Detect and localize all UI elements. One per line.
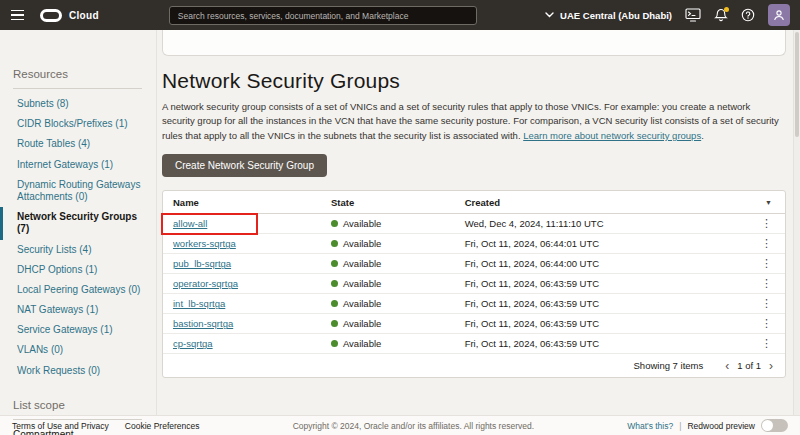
nsg-name-link[interactable]: operator-sqrtga: [173, 278, 238, 289]
table-row: allow-all Available Wed, Dec 4, 2024, 11…: [163, 214, 785, 234]
sidebar-item-service-gateways-1[interactable]: Service Gateways (1): [0, 320, 156, 340]
nsg-name-link[interactable]: pub_lb-sqrtga: [173, 258, 231, 269]
previous-page-icon[interactable]: ‹: [725, 360, 729, 372]
created-label: Fri, Oct 11, 2024, 06:43:59 UTC: [465, 298, 745, 309]
column-header-created[interactable]: Created: [465, 197, 745, 208]
created-label: Fri, Oct 11, 2024, 06:44:00 UTC: [465, 258, 745, 269]
learn-more-link[interactable]: Learn more about network security groups: [523, 130, 701, 141]
search-input[interactable]: [169, 6, 477, 25]
state-label: Available: [343, 238, 381, 249]
scrollbar-thumb[interactable]: [795, 32, 799, 137]
kebab-menu-icon[interactable]: ⋮: [761, 338, 772, 349]
cloud-shell-icon[interactable]: [685, 8, 701, 22]
footer-right: What's this? | Redwood preview: [627, 419, 788, 432]
sidebar-item-network-security-groups-7[interactable]: Network Security Groups (7): [0, 207, 156, 239]
nsg-name-link[interactable]: cp-sqrtga: [173, 338, 213, 349]
created-label: Fri, Oct 11, 2024, 06:44:01 UTC: [465, 238, 745, 249]
global-search: [169, 5, 477, 26]
status-available-dot-icon: [331, 260, 338, 267]
kebab-menu-icon[interactable]: ⋮: [761, 278, 772, 289]
status-available-dot-icon: [331, 320, 338, 327]
whats-this-link[interactable]: What's this?: [627, 421, 673, 431]
state-label: Available: [343, 338, 381, 349]
divider: [13, 88, 142, 89]
sidebar-item-vlans-0[interactable]: VLANs (0): [0, 340, 156, 360]
table-row: bastion-sqrtga Available Fri, Oct 11, 20…: [163, 314, 785, 334]
person-icon: [773, 9, 785, 21]
state-label: Available: [343, 318, 381, 329]
state-label: Available: [343, 298, 381, 309]
sidebar: Resources Subnets (8)CIDR Blocks/Prefixe…: [0, 30, 157, 415]
scrollbar-track[interactable]: [793, 30, 800, 415]
redwood-preview-toggle[interactable]: [761, 419, 788, 432]
announcements-bell-icon[interactable]: [714, 8, 728, 22]
kebab-menu-icon[interactable]: ⋮: [761, 298, 772, 309]
sidebar-item-local-peering-gateways-0[interactable]: Local Peering Gateways (0): [0, 280, 156, 300]
next-page-icon[interactable]: ›: [769, 360, 773, 372]
list-scope-heading: List scope: [13, 399, 142, 411]
column-header-state[interactable]: State: [331, 197, 465, 208]
top-bar-actions: UAE Central (Abu Dhabi): [545, 4, 790, 26]
profile-avatar[interactable]: [768, 4, 790, 26]
pagination: ‹ 1 of 1 ›: [725, 360, 773, 372]
nsg-name-link[interactable]: bastion-sqrtga: [173, 318, 233, 329]
sidebar-item-cidr-blocks-prefixes-1[interactable]: CIDR Blocks/Prefixes (1): [0, 114, 156, 134]
notification-badge: [724, 7, 729, 12]
separator: |: [679, 421, 681, 431]
status-available-dot-icon: [331, 340, 338, 347]
state-label: Available: [343, 218, 381, 229]
scrolled-card-fragment: [162, 30, 786, 56]
sidebar-item-route-tables-4[interactable]: Route Tables (4): [0, 134, 156, 154]
help-icon[interactable]: [741, 8, 755, 22]
table-row: int_lb-sqrtga Available Fri, Oct 11, 202…: [163, 294, 785, 314]
page-title: Network Security Groups: [162, 69, 786, 93]
create-nsg-button[interactable]: Create Network Security Group: [162, 154, 327, 177]
sidebar-item-work-requests-0[interactable]: Work Requests (0): [0, 361, 156, 381]
kebab-menu-icon[interactable]: ⋮: [761, 218, 772, 229]
cookie-preferences-link[interactable]: Cookie Preferences: [125, 421, 200, 431]
table-row: workers-sqrtga Available Fri, Oct 11, 20…: [163, 234, 785, 254]
sidebar-item-internet-gateways-1[interactable]: Internet Gateways (1): [0, 155, 156, 175]
kebab-menu-icon[interactable]: ⋮: [761, 258, 772, 269]
nsg-name-link[interactable]: allow-all: [173, 218, 207, 229]
table-header-row: Name State Created ▼: [163, 191, 785, 214]
created-label: Fri, Oct 11, 2024, 06:43:59 UTC: [465, 338, 745, 349]
hamburger-menu-icon[interactable]: [0, 0, 34, 30]
sidebar-item-subnets-8[interactable]: Subnets (8): [0, 94, 156, 114]
nsg-name-link[interactable]: int_lb-sqrtga: [173, 298, 225, 309]
column-header-name[interactable]: Name: [163, 197, 331, 208]
sidebar-item-security-lists-4[interactable]: Security Lists (4): [0, 240, 156, 260]
state-label: Available: [343, 258, 381, 269]
created-label: Wed, Dec 4, 2024, 11:11:10 UTC: [465, 218, 745, 229]
items-summary: Showing 7 items: [634, 360, 704, 371]
nsg-name-link[interactable]: workers-sqrtga: [173, 238, 236, 249]
copyright-label: Copyright © 2024, Oracle and/or its affi…: [216, 421, 612, 431]
created-label: Fri, Oct 11, 2024, 06:43:59 UTC: [465, 278, 745, 289]
main-content: Network Security Groups A network securi…: [157, 30, 800, 415]
table-row: pub_lb-sqrtga Available Fri, Oct 11, 202…: [163, 254, 785, 274]
toggle-knob: [762, 420, 773, 431]
status-available-dot-icon: [331, 300, 338, 307]
resources-heading: Resources: [13, 68, 142, 80]
region-selector[interactable]: UAE Central (Abu Dhabi): [545, 10, 672, 21]
status-available-dot-icon: [331, 220, 338, 227]
sidebar-item-dhcp-options-1[interactable]: DHCP Options (1): [0, 260, 156, 280]
region-label: UAE Central (Abu Dhabi): [560, 10, 672, 21]
table-body: allow-all Available Wed, Dec 4, 2024, 11…: [163, 214, 785, 354]
sort-descending-icon[interactable]: ▼: [765, 199, 772, 206]
kebab-menu-icon[interactable]: ⋮: [761, 238, 772, 249]
sidebar-item-nat-gateways-1[interactable]: NAT Gateways (1): [0, 300, 156, 320]
terms-link[interactable]: Terms of Use and Privacy: [12, 421, 109, 431]
chevron-down-icon: [545, 12, 554, 18]
nsg-table: Name State Created ▼ allow-all Available…: [162, 190, 786, 378]
sidebar-item-dynamic-routing-gateways-attachments-0[interactable]: Dynamic Routing Gateways Attachments (0): [0, 175, 156, 207]
kebab-menu-icon[interactable]: ⋮: [761, 318, 772, 329]
top-bar: Cloud UAE Central (Abu Dhabi): [0, 0, 800, 30]
status-available-dot-icon: [331, 240, 338, 247]
period: .: [701, 130, 704, 141]
table-row: operator-sqrtga Available Fri, Oct 11, 2…: [163, 274, 785, 294]
oracle-cloud-logo[interactable]: Cloud: [40, 9, 99, 22]
page-description: A network security group consists of a s…: [162, 100, 784, 143]
redwood-preview-label: Redwood preview: [687, 421, 755, 431]
oracle-o-icon: [40, 9, 62, 22]
